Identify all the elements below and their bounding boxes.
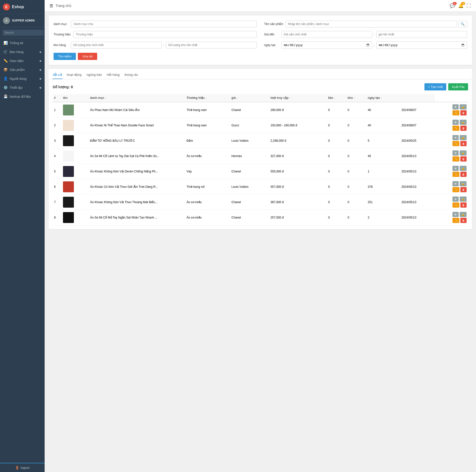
product-thumbnail <box>63 135 74 146</box>
tab-het-hang[interactable]: hết hàng <box>106 71 120 79</box>
created-from-input[interactable] <box>281 41 372 49</box>
ban-hang-icon: 🛒 <box>3 50 8 54</box>
sidebar-label-nguoi-dung: Người dùng <box>10 77 27 81</box>
delete-button[interactable]: 🗑 <box>460 172 467 177</box>
cell-name: Áo Khoác Có Nón Vải Thun Giữ Ấm Trơn Dán… <box>89 179 185 194</box>
cell-brand: Louis Vuitton <box>230 179 269 194</box>
sidebar-item-san-pham[interactable]: 📦 Sản phẩm ◀ <box>0 65 45 74</box>
tab-ngung-ban[interactable]: ngừng bán <box>86 71 102 79</box>
delete-button[interactable]: 🗑 <box>460 156 467 162</box>
sidebar-item-thong-ke[interactable]: 📊 Thống kê <box>0 38 45 47</box>
sidebar-item-nguoi-dung[interactable]: 👤 Người dùng ◀ <box>0 74 45 83</box>
view-button[interactable]: 👁 <box>452 196 459 202</box>
brand-input[interactable] <box>73 31 257 38</box>
sidebar-item-giao-dien[interactable]: ✏️ Giao diện ◀ <box>0 56 45 65</box>
sidebar-item-thiet-lap[interactable]: ⚙️ Thiết lập ◀ <box>0 83 45 92</box>
lock-button[interactable]: 🔒 <box>460 150 467 156</box>
new-product-button[interactable]: + Tạo mới <box>424 83 446 90</box>
col-views[interactable]: lượt truy cập ↕ <box>269 94 327 102</box>
cell-brand: Chanel <box>230 164 269 179</box>
view-button[interactable]: 👁 <box>452 120 459 125</box>
sidebar-item-ban-hang[interactable]: 🛒 Bán hàng ◀ <box>0 47 45 56</box>
price-max-input[interactable] <box>376 31 467 38</box>
delete-button[interactable]: 🗑 <box>460 126 467 131</box>
table-row: 5 Áo Khoác Không Nón Vải Denim Chống Nắn… <box>53 164 468 179</box>
cell-num: 8 <box>53 210 61 225</box>
col-likes[interactable]: like ↕ <box>327 94 346 102</box>
cell-thumb <box>61 194 89 210</box>
cell-stock: 40 <box>366 118 400 133</box>
col-category[interactable]: danh mục ↕ <box>89 94 185 102</box>
product-name-input[interactable] <box>286 21 457 28</box>
cell-actions: 👁 🔒 ✏️ 🗑 <box>435 194 468 210</box>
topbar-chat-icon[interactable]: 💬 0 <box>450 3 455 8</box>
sidebar-item-backup[interactable]: 💾 backup dữ liệu <box>0 92 45 101</box>
delete-button[interactable]: 🗑 <box>460 202 467 208</box>
edit-button[interactable]: ✏️ <box>452 141 459 146</box>
cell-views: 0 <box>327 164 346 179</box>
lock-button[interactable]: 🔒 <box>460 196 467 202</box>
delete-button[interactable]: 🗑 <box>460 187 467 192</box>
view-button[interactable]: 👁 <box>452 104 459 110</box>
price-min-input[interactable] <box>281 31 372 38</box>
lock-button[interactable]: 🔒 <box>460 212 467 217</box>
cell-likes: 0 <box>346 210 366 225</box>
table-row: 1 Áo Phao Nam Mũ Nhám Cài Siêu Ấm Thời t… <box>53 102 468 118</box>
col-created[interactable]: ngày tạo ↕ <box>366 94 400 102</box>
lock-button[interactable]: 🔒 <box>460 181 467 186</box>
edit-button[interactable]: ✏️ <box>452 126 459 131</box>
cell-name: ĐẦM TƠ HỒNG BÁU LY TRƯỚC <box>89 133 185 148</box>
sidebar-logo: E Eshop <box>0 0 45 14</box>
table-row: 7 Áo Khoác Không Nón Vải Thun Thoáng Mát… <box>53 194 468 210</box>
edit-button[interactable]: ✏️ <box>452 110 459 115</box>
product-name-search-button[interactable]: 🔍 <box>458 21 467 28</box>
lock-button[interactable]: 🔒 <box>460 166 467 171</box>
cell-price: 387,000 đ <box>269 194 327 210</box>
edit-button[interactable]: ✏️ <box>452 156 459 162</box>
created-to-input[interactable] <box>376 41 467 49</box>
search-button[interactable]: Tìm kiếm <box>54 53 76 60</box>
logout-button[interactable]: 🚪 logout <box>15 466 29 470</box>
tab-thung-rac[interactable]: thùng rác <box>124 71 138 79</box>
filter-area: danh mục Tên sản phẩm 🔍 Thương hiệu Giá … <box>49 16 472 65</box>
topbar-bell-icon[interactable]: 🔔 0 <box>458 3 464 8</box>
cell-price: 327,000 đ <box>269 148 327 164</box>
tab-tat-ca[interactable]: tất cả <box>53 71 62 79</box>
stock-max-input[interactable] <box>166 42 257 49</box>
cell-price: 257,000 đ <box>269 210 327 225</box>
cell-actions: 👁 🔒 ✏️ 🗑 <box>435 102 468 118</box>
lock-button[interactable]: 🔒 <box>460 104 467 110</box>
delete-button[interactable]: 🗑 <box>460 218 467 223</box>
cell-likes: 0 <box>346 133 366 148</box>
created-label: ngày tạo <box>264 43 279 47</box>
delete-button[interactable]: 🗑 <box>460 110 467 115</box>
view-button[interactable]: 👁 <box>452 181 459 186</box>
view-button[interactable]: 👁 <box>452 150 459 156</box>
sidebar-search-input[interactable] <box>2 30 44 36</box>
lock-button[interactable]: 🔒 <box>460 120 467 125</box>
tab-hoat-dong[interactable]: hoạt động <box>66 71 82 79</box>
lock-button[interactable]: 🔒 <box>460 135 467 140</box>
delete-button[interactable]: 🗑 <box>460 141 467 146</box>
edit-button[interactable]: ✏️ <box>452 187 459 192</box>
edit-button[interactable]: ✏️ <box>452 202 459 208</box>
export-button[interactable]: Xuất File <box>448 83 468 90</box>
cell-name: Áo Phao Nam Mũ Nhám Cài Siêu Ấm <box>89 102 185 118</box>
edit-button[interactable]: ✏️ <box>452 218 459 223</box>
col-brand[interactable]: Thương hiệu ↕ <box>185 94 230 102</box>
cell-num: 7 <box>53 194 61 210</box>
cell-stock: 5 <box>366 133 400 148</box>
cell-stock: 378 <box>366 179 400 194</box>
stock-min-input[interactable] <box>71 42 162 49</box>
view-button[interactable]: 👁 <box>452 135 459 140</box>
category-input[interactable] <box>71 21 257 28</box>
view-button[interactable]: 👁 <box>452 212 459 217</box>
edit-button[interactable]: ✏️ <box>452 172 459 177</box>
topbar-menu-icon[interactable]: ☰ <box>50 3 53 8</box>
table-row: 2 Áo Khoác Ni Thể Thao Nam Double Face S… <box>53 118 468 133</box>
topbar-expand-icon[interactable]: ⛶ <box>467 3 471 8</box>
view-button[interactable]: 👁 <box>452 166 459 171</box>
clear-button[interactable]: Xóa bỏ <box>78 53 97 60</box>
col-price[interactable]: giá ↕ <box>230 94 269 102</box>
col-stock[interactable]: kho ↕ <box>346 94 366 102</box>
